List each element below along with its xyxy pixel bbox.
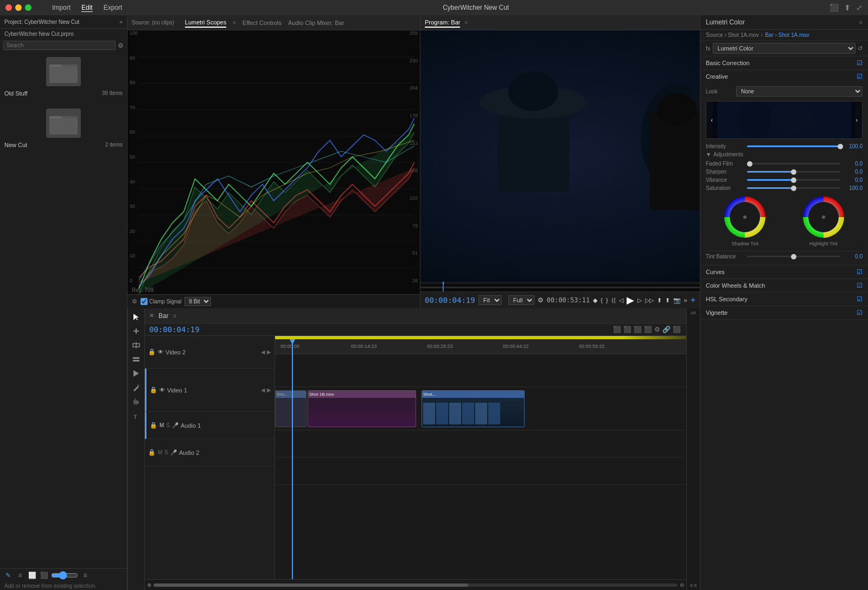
faded-film-thumb[interactable] [747,161,752,167]
tab-audio-clip-mixer[interactable]: Audio Clip Mixer: Bar [288,18,344,27]
search-button[interactable]: ⚙ [118,42,124,49]
overwrite-btn[interactable]: ⬛ [622,325,633,334]
track-v2-lock-icon[interactable]: 🔒 [148,348,156,356]
hsl-header[interactable]: HSL Secondary ☑ [700,293,868,306]
vignette-toggle[interactable]: ☑ [857,309,863,316]
folder-icon-old-stuff[interactable] [46,57,81,86]
add-btn[interactable]: + [691,295,695,305]
pen-icon[interactable] [130,381,143,394]
sequence-menu-icon[interactable]: ≡ [173,313,176,319]
track-a1-lock-icon[interactable]: 🔒 [150,422,157,429]
tint-balance-thumb[interactable] [791,254,796,259]
vibrance-thumb[interactable] [791,177,796,183]
adjustments-header[interactable]: ▼ Adjustments [706,151,863,157]
zoom-out-btn[interactable]: ⊖ [680,582,684,588]
fullscreen-button[interactable] [25,4,31,11]
track-v2-content[interactable] [275,354,686,387]
track-a1-solo-icon[interactable]: S [166,422,170,428]
go-to-in-btn[interactable]: ⟨⟨ [611,297,616,304]
scope-settings-icon[interactable]: ⚙ [132,298,137,305]
clip-1[interactable]: Sho... [275,390,307,427]
dest-path[interactable]: Bar › Shot 1A.mov [765,32,809,38]
lift-btn[interactable]: ⬆ [657,297,662,304]
clip-3[interactable]: Shot... [422,390,525,427]
look-prev-btn[interactable]: ‹ [706,101,717,138]
track-v1-prev-btn[interactable]: ◀ [261,387,265,393]
intensity-thumb[interactable] [838,144,843,149]
nav-edit[interactable]: Edit [81,4,93,12]
expand-icon[interactable]: ⤢ [856,3,863,12]
track-v2-next-btn[interactable]: ▶ [267,349,271,355]
icon-view-btn[interactable]: ≡ [15,572,25,579]
panel-icon[interactable]: ⬛ [829,3,839,12]
track-a1-mic-icon[interactable]: 🎤 [172,422,178,428]
bit-depth-select[interactable]: 8 Bit [184,297,211,306]
folder-icon-new-cut[interactable] [46,109,81,138]
sharpen-thumb[interactable] [791,169,796,175]
zoom-slider[interactable] [51,571,78,580]
tint-balance-slider[interactable] [747,256,840,257]
go-to-out-btn[interactable]: ▷▷ [645,297,654,304]
program-menu-icon[interactable]: ≡ [464,20,468,26]
highlight-tint-color-wheel[interactable] [802,195,845,239]
faded-film-slider[interactable] [747,163,840,164]
render-btn[interactable]: ⬛ [643,325,653,334]
curves-header[interactable]: Curves ☑ [700,265,868,278]
basic-correction-toggle[interactable]: ☑ [857,59,863,67]
track-v1-vis-icon[interactable]: 👁 [159,387,165,393]
quality-select[interactable]: Full [508,295,534,305]
search-input[interactable] [3,41,116,50]
track-v2-prev-btn[interactable]: ◀ [261,349,265,355]
color-wheels-toggle[interactable]: ☑ [857,282,863,289]
add-edit-icon[interactable] [130,325,143,338]
camera-btn[interactable]: 📷 [673,297,681,304]
sequence-timecode[interactable]: 00:00:04:19 [149,325,200,334]
track-a2-mic-icon[interactable]: 🎤 [170,449,177,455]
track-a2-lock-icon[interactable]: 🔒 [148,449,156,456]
snap-btn[interactable]: 🔗 [661,325,672,334]
step-back-btn[interactable]: ◁ [619,297,623,304]
timeline-tracks[interactable]: 00:00:00 00:00:14:23 00:00:29:23 00:00:4… [275,336,686,579]
saturation-thumb[interactable] [791,186,796,191]
type-icon[interactable]: T [130,409,143,422]
hsl-toggle[interactable]: ☑ [857,295,863,303]
track-v1-content[interactable]: Sho... Shot 1B.mov Shot... [275,387,686,430]
curves-toggle[interactable]: ☑ [857,268,863,276]
extract-btn[interactable]: ⬆ [665,297,670,304]
track-v1-lock-icon[interactable]: 🔒 [150,386,157,394]
expand-panels-icon[interactable]: » [119,18,123,25]
preview-scrubber[interactable] [420,282,700,291]
fit-select[interactable]: Fit [478,295,502,305]
track-a2-solo-icon[interactable]: S [164,449,168,455]
playback-timecode[interactable]: 00:00:04:19 [425,296,475,304]
insert-edit-btn[interactable]: ⬛ [612,325,622,334]
minimize-button[interactable] [15,4,22,11]
close-sequence-btn[interactable]: ✕ [149,312,154,319]
vignette-header[interactable]: Vignette ☑ [700,306,868,319]
settings-btn[interactable]: ≡ [80,572,90,579]
clamp-checkbox[interactable] [141,298,148,305]
creative-header[interactable]: Creative ☑ [700,70,868,83]
basic-correction-header[interactable]: Basic Correction ☑ [700,56,868,69]
intensity-slider[interactable] [747,145,840,147]
add-marker-btn[interactable]: ◆ [593,297,597,304]
play-btn[interactable]: ▶ [627,294,634,306]
more-btn[interactable]: » [684,297,687,303]
in-point-btn[interactable]: { [601,297,603,303]
tab-effect-controls[interactable]: Effect Controls [242,18,282,27]
look-next-btn[interactable]: › [851,101,862,138]
shadow-tint-color-wheel[interactable] [723,195,767,239]
lumetri-scopes-menu-icon[interactable]: ≡ [233,20,236,26]
track-v2-vis-icon[interactable]: 👁 [158,349,163,355]
step-fwd-btn[interactable]: ▷ [637,297,642,304]
clip-2[interactable]: Shot 1B.mov [308,390,416,427]
track-a1-content[interactable] [275,430,686,458]
tab-lumetri-scopes[interactable]: Lumetri Scopes [185,18,226,28]
zoom-in-btn[interactable]: ⊕ [147,582,151,588]
zoom-track[interactable] [154,583,678,587]
list-view-btn[interactable]: ✎ [3,572,13,579]
tab-program[interactable]: Program: Bar [425,18,460,28]
hand-icon[interactable] [130,395,143,408]
nav-import[interactable]: Import [52,4,71,12]
out-point-btn[interactable]: } [606,297,608,303]
